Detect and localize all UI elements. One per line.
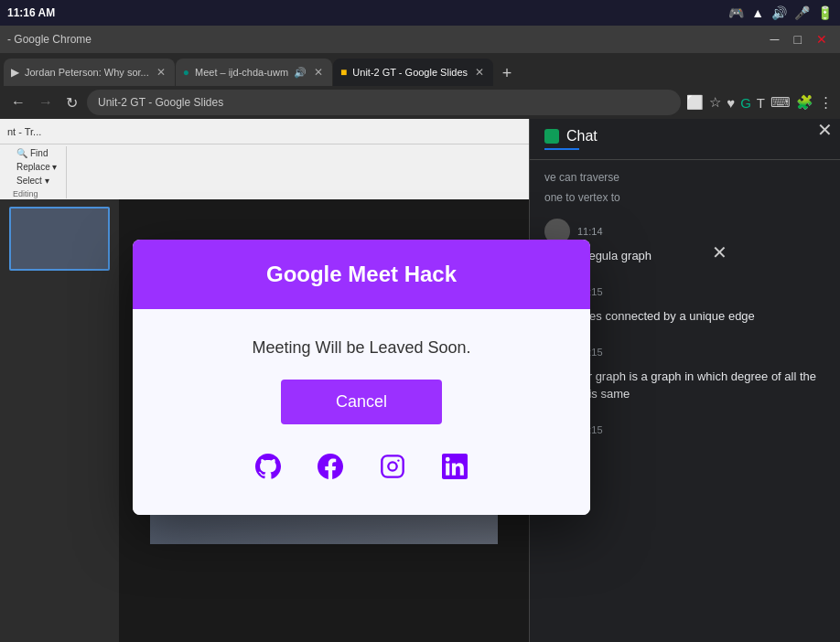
content-area: nt - Tr... 🔍 Find Replace ▾ Select ▾ Edi…	[0, 119, 840, 642]
tab-youtube-close[interactable]: ✕	[155, 64, 167, 80]
bookmark-icon[interactable]: ☆	[709, 94, 721, 111]
tab-youtube-label: Jordan Peterson: Why sor...	[25, 67, 149, 78]
github-icon[interactable]	[255, 454, 281, 486]
chat-excerpt-1: ve can traverse	[544, 171, 825, 184]
chrome-toolbar: ← → ↻ Unit-2 GT - Google Slides ⬜ ☆ ♥ G …	[0, 86, 840, 119]
address-bar-text: Unit-2 GT - Google Slides	[98, 96, 223, 109]
tab-meet[interactable]: ● Meet – ijd-chda-uwm 🔊 ✕	[176, 59, 332, 86]
find-icon: 🔍	[16, 148, 27, 158]
youtube-favicon: ▶	[11, 66, 19, 79]
modal-title: Google Meet Hack	[155, 262, 568, 287]
tab-youtube[interactable]: ▶ Jordan Peterson: Why sor... ✕	[4, 59, 175, 86]
chrome-minimize-button[interactable]: ─	[765, 32, 785, 47]
tab-meet-label: Meet – ijd-chda-uwm	[195, 67, 288, 78]
ribbon: 🔍 Find Replace ▾ Select ▾ Editing	[0, 144, 529, 199]
tab-meet-close[interactable]: ✕	[312, 64, 325, 80]
forward-button[interactable]: →	[35, 94, 57, 111]
chrome-titlebar: - Google Chrome ─ □ ✕	[0, 26, 840, 53]
select-label: Select ▾	[16, 176, 49, 186]
volume-icon: 🔊	[771, 5, 787, 20]
keyboard-icon[interactable]: ⌨	[770, 94, 791, 111]
chrome-tabs-bar: ▶ Jordan Peterson: Why sor... ✕ ● Meet –…	[0, 53, 840, 86]
tab-slides-label: Unit-2 GT - Google Slides	[352, 67, 468, 78]
chat-active-indicator	[544, 148, 579, 150]
find-button[interactable]: 🔍 Find	[13, 146, 51, 160]
toolbar-right-icons: ⬜ ☆ ♥ G T ⌨ 🧩 ⋮	[686, 94, 833, 111]
extensions-puzzle-icon[interactable]: ⬜	[686, 94, 704, 111]
meet-favicon: ●	[183, 66, 189, 79]
editing-group: 🔍 Find Replace ▾ Select ▾ Editing	[7, 146, 67, 198]
chrome-maximize-button[interactable]: □	[789, 32, 807, 47]
taskbar-system-icons: 🎮 ▲ 🔊 🎤 🔋	[728, 5, 833, 20]
address-bar[interactable]: Unit-2 GT - Google Slides	[87, 90, 681, 115]
heart-icon[interactable]: ♥	[727, 95, 735, 111]
new-tab-button[interactable]: +	[494, 60, 520, 86]
chrome-window-title: - Google Chrome	[7, 33, 92, 46]
tab-slides-close[interactable]: ✕	[473, 64, 486, 80]
chat-tab-icon	[544, 129, 559, 144]
svg-point-1	[388, 462, 396, 470]
back-button[interactable]: ←	[7, 94, 29, 111]
taskbar-time: 11:16 AM	[7, 6, 55, 19]
discord-icon: 🎮	[728, 5, 744, 20]
editing-section-label: Editing	[13, 189, 38, 198]
linkedin-icon[interactable]	[442, 454, 468, 486]
modal-close-button[interactable]: ✕	[712, 241, 727, 263]
more-menu-icon[interactable]: ⋮	[819, 94, 833, 111]
replace-button[interactable]: Replace ▾	[13, 160, 60, 174]
chat-excerpt-2: one to vertex to	[544, 191, 825, 204]
modal-social-icons	[255, 454, 468, 486]
modal-body: Meeting Will be Leaved Soon. Cancel	[133, 309, 590, 515]
modal-overlay: Google Meet Hack Meeting Will be Leaved …	[0, 212, 723, 642]
grammarly-icon[interactable]: G	[740, 95, 751, 111]
instagram-icon[interactable]	[380, 454, 405, 486]
breadcrumb: nt - Tr...	[7, 126, 41, 137]
mic-icon: 🎤	[794, 5, 810, 20]
svg-rect-0	[382, 455, 403, 476]
modal-cancel-button[interactable]: Cancel	[281, 380, 442, 424]
chat-close-button[interactable]: ✕	[817, 119, 833, 141]
reload-button[interactable]: ↻	[62, 94, 81, 112]
translate-icon[interactable]: T	[757, 95, 765, 111]
tab-meet-sound-icon: 🔊	[294, 67, 307, 79]
extension-icon[interactable]: 🧩	[796, 94, 813, 111]
wifi-icon: ▲	[751, 5, 764, 20]
chat-header: Chat	[530, 119, 840, 160]
chrome-window: - Google Chrome ─ □ ✕ ▶ Jordan Peterson:…	[0, 26, 840, 642]
modal-header: Google Meet Hack	[133, 240, 590, 309]
chat-title: Chat	[566, 128, 598, 144]
slides-favicon: ■	[340, 66, 347, 79]
battery-icon: 🔋	[817, 5, 833, 20]
select-button[interactable]: Select ▾	[13, 174, 53, 187]
chrome-close-button[interactable]: ✕	[811, 32, 833, 47]
find-label: Find	[30, 148, 48, 158]
tab-slides[interactable]: ■ Unit-2 GT - Google Slides ✕	[333, 59, 493, 86]
svg-point-2	[397, 459, 399, 461]
modal-dialog: Google Meet Hack Meeting Will be Leaved …	[133, 240, 590, 515]
facebook-icon[interactable]	[318, 454, 343, 486]
modal-message: Meeting Will be Leaved Soon.	[252, 338, 470, 358]
os-taskbar: 11:16 AM 🎮 ▲ 🔊 🎤 🔋	[0, 0, 840, 26]
replace-label: Replace ▾	[16, 162, 57, 172]
